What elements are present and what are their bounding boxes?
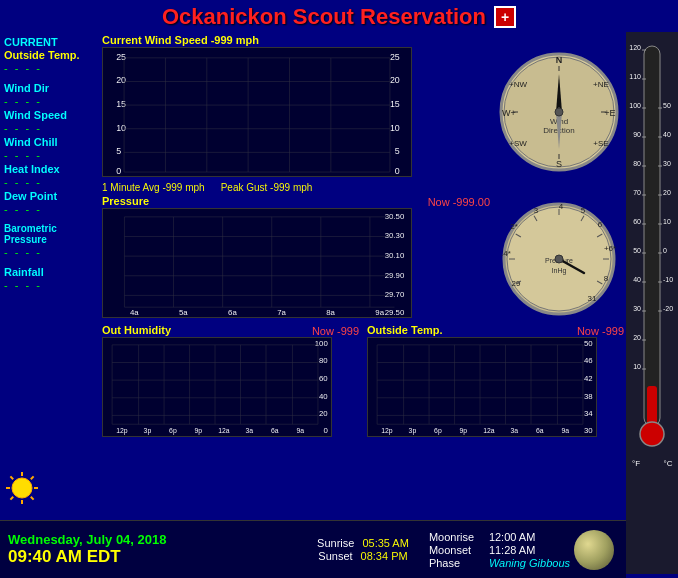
svg-text:110: 110: [629, 73, 641, 80]
svg-text:70: 70: [633, 189, 641, 196]
svg-text:34: 34: [584, 409, 593, 418]
svg-text:0: 0: [323, 426, 328, 435]
heat-index-label: Heat Index: [4, 163, 96, 175]
wind-dir-label: Wind Dir: [4, 82, 96, 94]
svg-text:10: 10: [633, 363, 641, 370]
outside-temp-chart-container: Outside Temp. Now -999 50 46 42 38 34 30…: [367, 324, 624, 441]
svg-text:-20: -20: [663, 305, 673, 312]
main-layout: CURRENT Outside Temp. - - - - Wind Dir -…: [0, 32, 678, 574]
svg-text:90: 90: [633, 131, 641, 138]
svg-text:4: 4: [559, 202, 564, 211]
wind-speed-label: Wind Speed: [4, 109, 96, 121]
svg-text:8a: 8a: [326, 308, 335, 317]
add-icon[interactable]: +: [494, 6, 516, 28]
pressure-header: Pressure Now -999.00: [102, 195, 490, 208]
center-content: Current Wind Speed -999 mph 25 20 15 10 …: [100, 32, 626, 574]
svg-text:S: S: [556, 159, 562, 169]
svg-text:29.70: 29.70: [385, 290, 405, 299]
wind-chart-title: Current Wind Speed -999 mph: [102, 34, 490, 46]
bottom-section: Out Humidity Now -999 100 80 60 40 20 0 …: [102, 324, 624, 441]
svg-text:+E: +E: [604, 108, 615, 118]
pressure-chart-svg: 30.50 30.30 30.10 29.90 29.70 29.50 4a 5…: [102, 208, 412, 318]
svg-line-6: [31, 497, 34, 500]
moonset-label: Moonset: [429, 544, 483, 556]
svg-text:20: 20: [319, 409, 328, 418]
sunset-label: Sunset: [318, 550, 352, 562]
svg-text:7a: 7a: [277, 308, 286, 317]
svg-text:3a: 3a: [246, 427, 254, 434]
svg-text:W+: W+: [502, 108, 516, 118]
svg-text:50: 50: [633, 247, 641, 254]
svg-text:10: 10: [663, 218, 671, 225]
sunrise-label: Sunrise: [317, 537, 354, 549]
svg-text:30: 30: [633, 305, 641, 312]
svg-text:38: 38: [584, 392, 593, 401]
page-title: Ockanickon Scout Reservation: [162, 4, 486, 30]
svg-point-92: [555, 255, 563, 263]
footer: Wednesday, July 04, 2018 09:40 AM EDT Su…: [0, 520, 626, 578]
svg-text:50: 50: [584, 339, 593, 348]
humidity-title: Out Humidity: [102, 324, 171, 336]
svg-text:8: 8: [604, 274, 609, 283]
sunset-row: Sunset 08:34 PM: [318, 550, 407, 562]
svg-text:12a: 12a: [483, 427, 495, 434]
wind-dir-value: - - - -: [4, 95, 96, 107]
svg-text:3p: 3p: [409, 427, 417, 435]
svg-text:6p: 6p: [434, 427, 442, 435]
svg-text:30: 30: [584, 426, 593, 435]
outside-temp-label: Outside Temp.: [4, 49, 96, 61]
svg-rect-161: [647, 386, 657, 426]
svg-text:+NE: +NE: [593, 80, 609, 89]
left-sidebar: CURRENT Outside Temp. - - - - Wind Dir -…: [0, 32, 100, 574]
svg-text:0: 0: [116, 166, 121, 176]
phase-row: Phase Waning Gibbous: [429, 557, 570, 569]
svg-text:3p: 3p: [144, 427, 152, 435]
svg-text:60: 60: [633, 218, 641, 225]
wind-speed-value: - - - -: [4, 122, 96, 134]
humidity-chart-container: Out Humidity Now -999 100 80 60 40 20 0 …: [102, 324, 359, 441]
wind-section: Current Wind Speed -999 mph 25 20 15 10 …: [102, 34, 624, 193]
svg-text:42: 42: [584, 374, 593, 383]
heat-index-section: Heat Index - - - -: [4, 163, 96, 188]
svg-text:5: 5: [116, 146, 121, 156]
footer-time: 09:40 AM EDT: [8, 547, 301, 567]
svg-text:31: 31: [588, 294, 597, 303]
svg-text:2*: 2*: [510, 222, 518, 231]
pressure-gauge-svg: 29 .4* 2* 3 4 5 6 +6* 8 31 Pressure InHg: [496, 201, 622, 316]
moonrise-time: 12:00 AM: [489, 531, 535, 543]
phase-value: Waning Gibbous: [489, 557, 570, 569]
rainfall-section: Rainfall - - - -: [4, 266, 96, 291]
svg-text:6: 6: [598, 220, 603, 229]
svg-text:9a: 9a: [296, 427, 304, 434]
svg-text:0: 0: [395, 166, 400, 176]
svg-text:5: 5: [581, 206, 586, 215]
moonrise-label: Moonrise: [429, 531, 483, 543]
svg-point-162: [640, 422, 664, 446]
svg-text:15: 15: [390, 99, 400, 109]
footer-right: Moonrise 12:00 AM Moonset 11:28 AM Phase…: [429, 531, 570, 569]
svg-text:120: 120: [629, 44, 641, 51]
svg-text:40: 40: [633, 276, 641, 283]
outside-temp-chart-title: Outside Temp.: [367, 324, 443, 336]
svg-text:InHg: InHg: [552, 267, 567, 275]
svg-text:25: 25: [116, 52, 126, 62]
svg-text:9p: 9p: [195, 427, 203, 435]
svg-line-5: [10, 476, 13, 479]
svg-text:+NW: +NW: [509, 80, 527, 89]
dew-point-value: - - - -: [4, 203, 96, 215]
svg-line-7: [31, 476, 34, 479]
svg-text:12a: 12a: [218, 427, 230, 434]
humidity-now: Now -999: [312, 325, 359, 337]
sunset-time: 08:34 PM: [361, 550, 408, 562]
svg-text:20: 20: [633, 334, 641, 341]
svg-text:20: 20: [116, 75, 126, 85]
compass-svg: N +NE +E +SE S +SW W+ +NW Wind Direction: [496, 49, 622, 179]
barometric-label: Barometric Pressure: [4, 223, 96, 245]
current-section: CURRENT Outside Temp. - - - -: [4, 36, 96, 74]
heat-index-value: - - - -: [4, 176, 96, 188]
svg-text:4a: 4a: [130, 308, 139, 317]
svg-text:6a: 6a: [228, 308, 237, 317]
svg-text:6a: 6a: [536, 427, 544, 434]
svg-text:100: 100: [315, 339, 329, 348]
wind-chill-section: Wind Chill - - - -: [4, 136, 96, 161]
